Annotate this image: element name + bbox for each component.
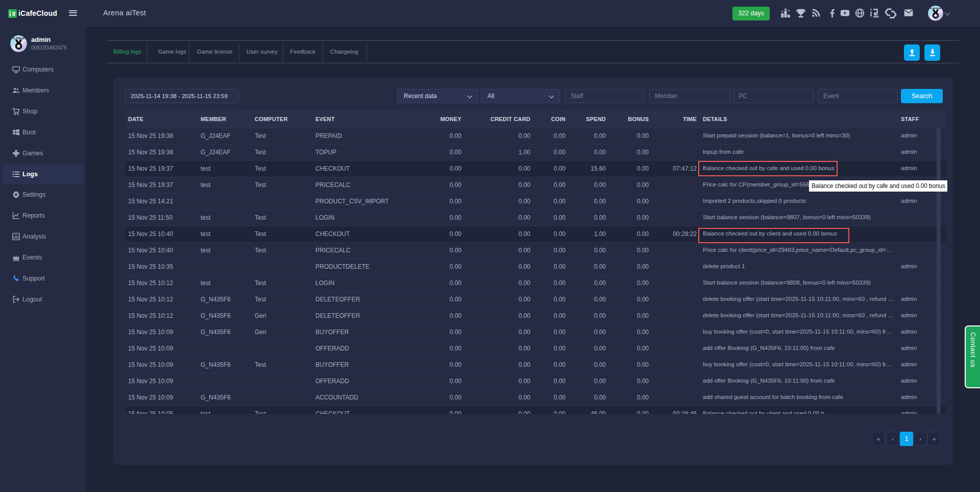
svg-text:PLATINUM: PLATINUM [930,7,941,10]
svg-text:PLATINUM: PLATINUM [12,37,24,40]
